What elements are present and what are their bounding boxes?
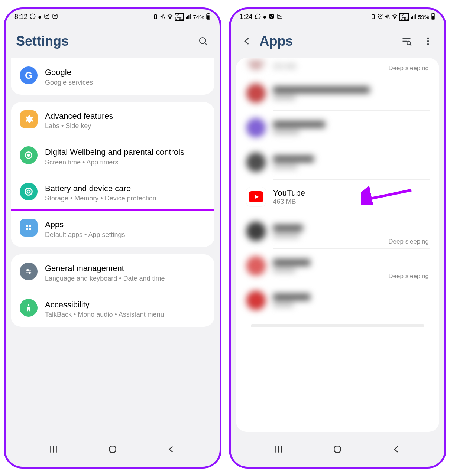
back-button[interactable]	[241, 35, 253, 47]
more-button[interactable]	[422, 35, 434, 47]
battery-pct: 74%	[193, 14, 204, 20]
sliders-icon	[25, 267, 33, 276]
svg-rect-55	[334, 446, 341, 452]
nav-home[interactable]	[108, 444, 117, 456]
settings-group-0: G Google Google services	[11, 58, 214, 95]
deep-sleep-badge: Deep sleeping	[388, 273, 429, 280]
page-title: Settings	[16, 33, 69, 49]
settings-item-battery[interactable]: Battery and device care Storage • Memory…	[11, 175, 214, 211]
signal-icon	[185, 13, 191, 21]
nav-home[interactable]	[333, 444, 342, 456]
settings-item-apps[interactable]: Apps Default apps • App settings	[11, 209, 214, 247]
instagram-icon	[44, 13, 50, 21]
chat-icon: ●	[38, 14, 42, 20]
settings-item-wellbeing[interactable]: Digital Wellbeing and parental controls …	[11, 138, 214, 175]
svg-point-16	[25, 188, 32, 195]
svg-point-19	[29, 225, 31, 227]
mute-icon	[385, 14, 390, 20]
svg-point-46	[427, 40, 429, 42]
phone-settings: 8:12 ● VoLTE1	[4, 7, 221, 469]
settings-group-1: Advanced features Labs • Side key Digita…	[11, 102, 214, 247]
wellbeing-icon	[24, 150, 33, 160]
svg-rect-6	[154, 14, 156, 19]
svg-rect-31	[269, 14, 274, 19]
phone-apps: 1:24 ● VoLTE1	[229, 7, 447, 469]
app-row-blurred[interactable]	[236, 76, 440, 110]
svg-point-15	[27, 154, 29, 156]
app-row-blurred[interactable]	[236, 283, 440, 317]
item-sub: TalkBack • Mono audio • Assistant menu	[45, 311, 205, 319]
apps-list[interactable]: 303 MB Deep sleeping YouTube 463	[236, 58, 440, 432]
status-time: 8:12	[14, 13, 27, 21]
deep-sleep-badge: Deep sleeping	[388, 65, 429, 72]
wifi-icon	[392, 13, 398, 21]
item-sub: Screen time • App timers	[45, 159, 205, 166]
app-row-blurred[interactable]	[236, 111, 440, 145]
svg-point-17	[27, 190, 30, 193]
item-sub: Google services	[45, 79, 205, 87]
apps-icon	[24, 223, 33, 232]
svg-point-8	[169, 18, 170, 19]
item-title: Google	[45, 67, 205, 78]
item-title: Apps	[45, 219, 205, 230]
item-title: Battery and device care	[45, 183, 205, 194]
svg-line-44	[410, 44, 411, 46]
app-row-sub: 463 MB	[273, 198, 429, 206]
app-row-blurred[interactable]	[236, 145, 440, 179]
svg-line-7	[163, 14, 165, 18]
nav-recents[interactable]	[49, 444, 58, 456]
svg-rect-10	[207, 13, 209, 14]
care-icon	[23, 186, 34, 197]
deep-sleep-badge: Deep sleeping	[388, 238, 429, 245]
volte-icon: VoLTE1	[175, 13, 184, 21]
svg-point-5	[56, 14, 56, 15]
nav-bar	[6, 436, 220, 467]
filter-search-button[interactable]	[401, 35, 412, 47]
svg-rect-11	[207, 15, 209, 19]
svg-point-4	[54, 15, 56, 17]
wifi-icon	[167, 13, 173, 21]
nav-bar	[231, 436, 445, 467]
status-bar: 8:12 ● VoLTE1	[6, 9, 220, 22]
whatsapp-icon	[30, 13, 36, 21]
alarm-icon	[378, 14, 383, 20]
settings-item-google[interactable]: G Google Google services	[11, 58, 214, 95]
settings-item-advanced[interactable]: Advanced features Labs • Side key	[11, 102, 214, 138]
status-time: 1:24	[240, 13, 253, 21]
app-row-youtube[interactable]: YouTube 463 MB	[236, 180, 440, 214]
item-title: Advanced features	[45, 111, 205, 122]
battery-saver-icon	[370, 14, 376, 20]
svg-rect-40	[432, 16, 434, 19]
battery-saver-icon	[153, 14, 158, 20]
svg-point-26	[28, 304, 29, 306]
svg-point-2	[48, 14, 48, 15]
nav-recents[interactable]	[274, 444, 284, 456]
search-button[interactable]	[197, 35, 209, 47]
svg-rect-34	[372, 14, 375, 19]
whatsapp-icon	[255, 13, 261, 21]
svg-point-20	[26, 228, 28, 230]
check-icon	[269, 13, 275, 21]
item-sub: Storage • Memory • Device protection	[45, 195, 205, 202]
nav-back[interactable]	[392, 444, 401, 456]
nav-back[interactable]	[166, 444, 176, 456]
chat-icon: ●	[263, 14, 267, 20]
svg-point-37	[395, 18, 395, 19]
volte-icon: VoLTE1	[399, 13, 409, 21]
settings-group-2: General management Language and keyboard…	[11, 254, 214, 327]
status-bar: 1:24 ● VoLTE1	[231, 9, 445, 22]
signal-icon	[410, 13, 417, 21]
item-title: Accessibility	[45, 300, 205, 310]
item-title: General management	[45, 263, 205, 274]
svg-point-18	[26, 225, 28, 227]
svg-point-1	[46, 15, 48, 17]
youtube-icon	[246, 187, 266, 206]
settings-item-accessibility[interactable]: Accessibility TalkBack • Mono audio • As…	[11, 291, 214, 327]
instagram-icon-2	[52, 13, 58, 21]
svg-point-12	[200, 38, 205, 43]
svg-point-43	[407, 41, 410, 45]
page-title: Apps	[260, 33, 293, 49]
svg-rect-39	[433, 13, 434, 14]
settings-item-general[interactable]: General management Language and keyboard…	[11, 254, 214, 291]
svg-point-25	[29, 272, 30, 274]
